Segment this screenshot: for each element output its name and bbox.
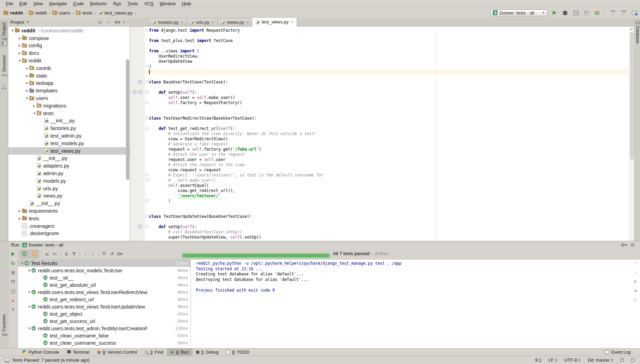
breadcrumb-item-users[interactable]: users — [52, 10, 70, 16]
highlighting-level-icon[interactable] — [631, 358, 635, 362]
tree-item-static[interactable]: ▶static — [8, 72, 130, 80]
code-line-18[interactable]: class TestUserRedirectView(BaseUserTestC… — [149, 116, 257, 121]
soft-wrap-button[interactable]: ≡ — [632, 279, 638, 284]
tree-item-config[interactable]: ▶config — [8, 42, 130, 50]
vcs-update-button[interactable]: VCS↓ — [610, 10, 616, 16]
menu-item-tools[interactable]: Tools — [125, 0, 141, 8]
test-row-Test Results[interactable]: ▼OKTest Results328ms — [18, 260, 190, 267]
tab-views.py[interactable]: views.py× — [217, 18, 253, 26]
code-line-15[interactable]: self.factory = RequestFactory() — [149, 100, 242, 105]
fold-marker-icon[interactable]: − — [146, 215, 149, 218]
tree-item-taskapp[interactable]: ▶taskapp — [8, 80, 130, 87]
tab-test_views.py[interactable]: test_views.py× — [252, 17, 297, 27]
file-encoding[interactable]: UTF-8 — [564, 357, 581, 363]
hide-panel-icon[interactable]: ⊟ — [630, 242, 635, 247]
fold-end-marker-icon[interactable]: ^ — [146, 199, 149, 202]
menu-item-refactor[interactable]: Refactor — [87, 0, 110, 8]
tree-item-test_views.py[interactable]: test_views.py — [8, 147, 130, 155]
fold-end-marker-icon[interactable]: ^ — [146, 65, 149, 68]
tool-stripe-sciview[interactable] — [0, 85, 8, 89]
toolwindow-button-terminal[interactable]: Terminal — [63, 348, 93, 356]
locate-icon[interactable]: ⊙ — [98, 20, 103, 25]
menu-item-run[interactable]: Run — [110, 0, 125, 8]
code-line-25[interactable]: # Attach the user to the request — [149, 152, 245, 157]
filter-ignored-toggle[interactable] — [30, 250, 39, 258]
test-row-test_get_object[interactable]: OKtest_get_object42ms — [18, 310, 190, 317]
tree-item-factories.py[interactable]: factories.py — [8, 124, 130, 132]
test-row-test_get_success_url[interactable]: OKtest_get_success_url54ms — [18, 317, 190, 325]
tree-item-.coveragerc[interactable]: .coveragerc — [8, 222, 130, 230]
run-test-up-icon[interactable]: ↑ — [133, 90, 137, 94]
scroll-end-button[interactable]: ⇲ — [632, 288, 638, 293]
tab-models.py[interactable]: models.py× — [148, 18, 187, 26]
tool-stripe-project[interactable]: 1: Project — [0, 21, 8, 47]
scroll-down-button[interactable]: ↓ — [632, 270, 638, 275]
test-row-test__str__[interactable]: OKtest__str__45ms — [18, 274, 190, 281]
run-test-down-icon[interactable]: ↓ — [138, 90, 142, 94]
close-icon[interactable]: × — [246, 21, 249, 24]
fold-marker-icon[interactable]: − — [146, 29, 149, 32]
breadcrumb-item-reddit[interactable]: reddit — [3, 10, 23, 16]
tree-item-test_admin.py[interactable]: test_admin.py — [8, 132, 130, 140]
project-tree-scrollbar[interactable] — [126, 59, 129, 180]
tree-item-requirements[interactable]: ▶requirements — [8, 207, 130, 215]
menu-item-help[interactable]: Help — [179, 0, 194, 8]
toolwindow-button-4-run[interactable]: 4: Run — [167, 348, 193, 356]
code-line-33[interactable]: '/users/testuser/' — [149, 193, 221, 199]
editor-scrollbar-thumb[interactable] — [630, 32, 634, 160]
fold-marker-icon[interactable]: − — [146, 117, 149, 120]
code-line-27[interactable]: # Attach the request to the view — [149, 162, 245, 168]
code-line-22[interactable]: view = UserRedirectView() — [149, 136, 228, 142]
vcs-commit-button[interactable]: VCS↑ — [620, 10, 627, 16]
tree-item-templates[interactable]: ▶templates — [8, 87, 130, 94]
tree-item-tests[interactable]: ▶tests — [8, 215, 130, 222]
fold-end-marker-icon[interactable]: ^ — [146, 179, 149, 182]
restore-layout-button[interactable] — [10, 279, 16, 285]
tree-item-reddit[interactable]: ▼reddit — [8, 57, 130, 64]
code-line-6[interactable]: UserRedirectView, — [149, 54, 199, 59]
readonly-lock-icon[interactable] — [620, 359, 624, 362]
close-icon[interactable]: × — [181, 21, 183, 24]
tree-item-__init__.py[interactable]: __init__.py — [8, 200, 130, 207]
tool-stripe-structure[interactable]: 7: Structure — [0, 55, 8, 77]
line-separator[interactable]: LF — [548, 357, 557, 363]
sort-alpha-button[interactable]: a↓ — [44, 251, 51, 257]
tree-item-test_models.py[interactable]: test_models.py — [8, 140, 130, 147]
inspection-ok-icon[interactable]: ✓ — [630, 27, 634, 31]
tree-item-docs[interactable]: ▶docs — [8, 49, 130, 57]
test-row-reddit.users.tests.test_models.TestUser[interactable]: ▼OKreddit.users.tests.test_models.TestUs… — [18, 267, 190, 274]
recent-changes-button[interactable] — [631, 10, 637, 16]
code-line-7[interactable]: UserUpdateView — [149, 59, 192, 64]
test-row-test_clean_username_false[interactable]: OKtest_clean_username_false53ms — [18, 332, 190, 339]
rerun-button[interactable] — [10, 251, 16, 257]
test-row-reddit.users.tests.test_views.TestUserUpdateView[interactable]: ▼OKreddit.users.tests.test_views.TestUse… — [18, 303, 190, 310]
code-line-29[interactable]: # Expect: '/users/testuser/', as that is… — [149, 173, 323, 178]
code-line-1[interactable]: from django.test import RequestFactory — [149, 28, 240, 33]
gear-icon[interactable]: ⚙▾ — [114, 20, 119, 25]
code-line-23[interactable]: # Generate a fake request — [149, 142, 228, 147]
code-line-3[interactable]: from test_plus.test import TestCase — [149, 38, 233, 43]
previous-occurrence-button[interactable]: ↑ — [82, 251, 89, 257]
close-icon[interactable]: × — [291, 20, 294, 24]
fold-end-marker-icon[interactable]: ^ — [146, 173, 149, 176]
gear-icon[interactable]: ⚙▾ — [621, 242, 626, 247]
fold-marker-icon[interactable]: − — [146, 225, 149, 228]
code-line-41[interactable]: super(TestUserUpdateView, self).setUp() — [149, 235, 261, 240]
clear-button[interactable]: □ — [632, 297, 638, 302]
hide-panel-icon[interactable]: ⊢ — [122, 20, 128, 25]
code-line-37[interactable]: class TestUserUpdateView(BaseUserTestCas… — [149, 214, 252, 219]
code-line-28[interactable]: view.request = request — [149, 168, 221, 173]
breadcrumb-item-tests[interactable]: tests — [76, 10, 92, 16]
toolwindow-button-6-todo[interactable]: 6: TODO — [223, 348, 253, 356]
tree-item-tests[interactable]: ▼tests — [8, 110, 130, 117]
tree-item-urls.py[interactable]: urls.py — [8, 185, 130, 192]
tool-stripe-database[interactable]: Database — [634, 21, 640, 43]
code-line-31[interactable]: self.assertEqual( — [149, 183, 209, 188]
breadcrumb-item-reddit[interactable]: reddit — [29, 10, 47, 16]
run-test-up-icon[interactable]: ↑ — [138, 225, 142, 229]
tree-item-reddit[interactable]: ▼reddit~/cookiecutter/reddit — [8, 27, 130, 34]
run-test-down-icon[interactable]: ↓ — [138, 80, 142, 84]
tab-urls.py[interactable]: urls.py× — [186, 18, 217, 26]
code-line-20[interactable]: def test_get_redirect_url(self): — [149, 126, 235, 131]
rerun-failed-button[interactable]: ↻ — [10, 261, 16, 266]
